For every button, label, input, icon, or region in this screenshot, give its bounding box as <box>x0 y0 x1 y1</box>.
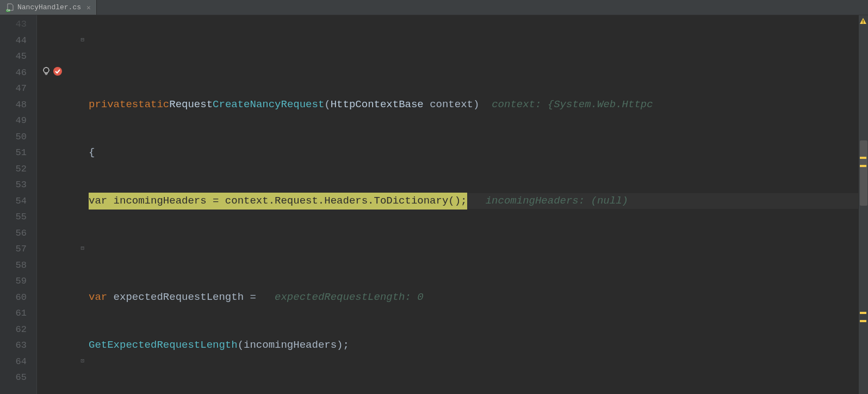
line-number[interactable]: 51 <box>0 145 36 161</box>
csharp-file-icon: C# <box>5 3 14 12</box>
inline-hint: expectedRequestLength: 0 <box>262 290 423 306</box>
line-number[interactable]: 43 <box>0 16 36 33</box>
line-number[interactable]: 52 <box>0 161 36 177</box>
line-number[interactable]: 57 <box>0 241 36 257</box>
execution-point-icon[interactable] <box>53 66 63 76</box>
code-line-current[interactable]: var incomingHeaders = context.Request.He… <box>89 193 858 210</box>
line-number[interactable]: 65 <box>0 370 36 386</box>
line-number[interactable]: 64 <box>0 354 36 370</box>
scroll-marker <box>860 165 866 167</box>
execution-highlight: var incomingHeaders = context.Request.He… <box>89 193 467 210</box>
line-number[interactable]: 58 <box>0 257 36 274</box>
tab-bar: C# NancyHandler.cs ✕ <box>0 0 868 15</box>
line-number[interactable]: 45 <box>0 48 36 65</box>
svg-point-3 <box>53 67 62 76</box>
line-number[interactable]: 59 <box>0 273 36 290</box>
line-number[interactable]: 46 <box>0 65 36 81</box>
line-number[interactable]: 56 <box>0 225 36 242</box>
warning-icon[interactable] <box>859 17 867 25</box>
tab-filename: NancyHandler.cs <box>17 3 81 11</box>
scroll-marker <box>860 320 866 322</box>
line-number[interactable]: 63 <box>0 337 36 354</box>
code-line[interactable]: private static Request CreateNancyReques… <box>89 97 858 113</box>
inline-hint: incomingHeaders: (null) <box>467 193 628 210</box>
editor: 43 44 45 46 47 48 49 50 51 52 53 54 55 5… <box>0 15 868 394</box>
line-number-gutter: 43 44 45 46 47 48 49 50 51 52 53 54 55 5… <box>0 15 37 394</box>
code-line[interactable]: GetExpectedRequestLength(incomingHeaders… <box>89 337 858 354</box>
gutter-icons: ⊟ ⊟ ⊡ <box>37 15 89 394</box>
line-number[interactable]: 47 <box>0 81 36 97</box>
line-number[interactable]: 44 <box>0 33 36 49</box>
line-number[interactable]: 50 <box>0 129 36 145</box>
line-number[interactable]: 55 <box>0 209 36 225</box>
line-number[interactable]: 48 <box>0 97 36 113</box>
fold-icon[interactable]: ⊟ <box>80 36 84 43</box>
code-line[interactable]: { <box>89 145 858 161</box>
code-area[interactable]: private static Request CreateNancyReques… <box>89 15 858 394</box>
code-line[interactable]: var expectedRequestLength = expectedRequ… <box>89 290 858 306</box>
close-icon[interactable]: ✕ <box>86 3 91 12</box>
line-number[interactable]: 53 <box>0 177 36 193</box>
line-number[interactable]: 60 <box>0 290 36 306</box>
fold-icon[interactable]: ⊟ <box>80 244 84 251</box>
line-number[interactable]: 62 <box>0 322 36 338</box>
scrollbar-thumb[interactable] <box>860 140 867 206</box>
line-number[interactable]: 54 <box>0 193 36 210</box>
scroll-marker <box>860 312 866 314</box>
svg-rect-5 <box>863 23 864 24</box>
file-tab[interactable]: C# NancyHandler.cs ✕ <box>0 0 97 15</box>
line-number[interactable]: 49 <box>0 113 36 129</box>
lightbulb-icon[interactable] <box>41 66 51 76</box>
vertical-scrollbar[interactable] <box>858 15 868 394</box>
svg-rect-4 <box>863 20 864 22</box>
scroll-marker <box>860 157 866 159</box>
line-number[interactable]: 61 <box>0 305 36 322</box>
fold-end-icon[interactable]: ⊡ <box>80 357 84 364</box>
